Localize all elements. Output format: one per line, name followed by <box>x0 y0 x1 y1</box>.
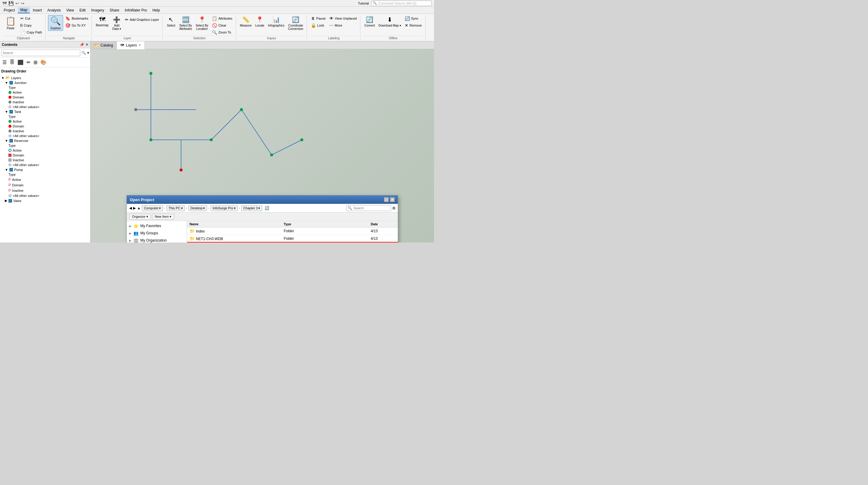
contents-search-input[interactable] <box>1 50 80 56</box>
view-unplaced-button[interactable]: 👁 View Unplaced <box>328 15 358 22</box>
more-button[interactable]: ⋯ More <box>328 22 358 29</box>
nav-up-button[interactable]: ▲ <box>137 206 141 210</box>
menu-imagery[interactable]: Imagery <box>89 7 106 13</box>
col-date-header[interactable]: Date <box>368 221 398 227</box>
menu-map[interactable]: Map <box>18 7 30 13</box>
bookmarks-button[interactable]: 🔖 Bookmarks <box>64 15 90 22</box>
tank-other-item[interactable]: <All other values> <box>8 134 89 138</box>
sidebar-favorites[interactable]: ▶ ⭐ My Favorites <box>127 222 187 229</box>
drawing-order-header[interactable]: Drawing Order <box>1 68 89 74</box>
explore-button[interactable]: 🔍 Explore <box>48 15 63 31</box>
organize-button[interactable]: Organize ▾ <box>129 214 151 220</box>
panel-close-icon[interactable]: ✕ <box>85 42 88 47</box>
basemap-button[interactable]: 🗺 Basemap <box>94 15 110 28</box>
junction-active-item[interactable]: Active <box>8 90 89 95</box>
select-button[interactable]: ↖ Select <box>165 15 177 28</box>
pause-button[interactable]: ⏸ Pause <box>309 15 327 22</box>
layers-tab-close[interactable]: ✕ <box>138 44 141 47</box>
coordinate-conversion-button[interactable]: 🔄 CoordinateConversion <box>286 15 305 31</box>
search-options-icon[interactable]: ▾ <box>87 51 89 55</box>
cut-button[interactable]: ✂ Cut <box>19 15 43 22</box>
breadcrumb-refresh-btn[interactable]: 🔄 <box>265 206 269 210</box>
catalog-tab[interactable]: 📂 Catalog <box>91 41 117 49</box>
map-canvas[interactable]: Open Project □ ✕ ◀ ▶ ▲ Computer ▾ <box>91 49 434 242</box>
tank-layer-item[interactable]: ▼ ✓ Tank <box>5 109 89 114</box>
dialog-maximize-button[interactable]: □ <box>384 197 389 202</box>
tank-inactive-item[interactable]: Inactive <box>8 129 89 134</box>
breadcrumb-desktop[interactable]: Desktop ▾ <box>188 205 207 211</box>
pump-active-item[interactable]: P Active <box>8 177 89 182</box>
tank-checkbox[interactable]: ✓ <box>9 110 13 114</box>
sync-button[interactable]: 🔃 Sync <box>403 15 424 22</box>
tank-active-item[interactable]: Active <box>8 119 89 124</box>
reservoir-inactive-item[interactable]: Inactive <box>8 158 89 163</box>
infographics-button[interactable]: 📊 Infographics <box>267 15 286 28</box>
reservoir-domain-item[interactable]: Domain <box>8 153 89 158</box>
junction-other-item[interactable]: <All other values> <box>8 105 89 109</box>
breadcrumb-computer[interactable]: Computer ▾ <box>142 205 163 211</box>
filter-icon[interactable]: ⬛ <box>16 59 25 66</box>
go-to-xy-button[interactable]: 🎯 Go To XY <box>64 22 90 29</box>
breadcrumb-infosurge[interactable]: InfoSurge Pro ▾ <box>211 205 238 211</box>
file-row-index[interactable]: 📁Index Folder 4/13 <box>187 227 398 235</box>
list-view-icon[interactable]: ☰ <box>1 59 8 66</box>
select-by-attributes-button[interactable]: 🔤 Select ByAttributes <box>178 15 193 31</box>
database-icon[interactable]: 🗄 <box>8 59 16 66</box>
locate-button[interactable]: 📍 Locate <box>254 15 266 28</box>
junction-inactive-item[interactable]: Inactive <box>8 99 89 105</box>
measure-button[interactable]: 📏 Measure <box>239 15 253 28</box>
breadcrumb-this-pc[interactable]: This PC ▾ <box>166 205 185 211</box>
menu-help[interactable]: Help <box>150 7 162 13</box>
menu-edit[interactable]: Edit <box>77 7 88 13</box>
convert-button[interactable]: 🔄 Convert <box>363 15 376 28</box>
copy-button[interactable]: ⎘ Copy <box>19 22 43 29</box>
select-by-location-button[interactable]: 📍 Select ByLocation <box>194 15 210 31</box>
lock-button[interactable]: 🔒 Lock <box>309 22 327 29</box>
remove-button[interactable]: ✕ Remove <box>403 22 424 29</box>
sidebar-org[interactable]: ▶ 🏢 My Organization <box>127 237 187 242</box>
junction-checkbox[interactable]: ✓ <box>9 81 13 85</box>
clear-button[interactable]: 🚫 Clear <box>210 22 234 29</box>
reservoir-active-item[interactable]: Active <box>8 148 89 153</box>
add-data-button[interactable]: ➕ AddData ▾ <box>111 15 123 31</box>
junction-domain-item[interactable]: Domain <box>8 95 89 99</box>
layers-tab[interactable]: 🗺 Layers ✕ <box>117 41 145 49</box>
save-icon[interactable]: 💾 <box>8 1 13 6</box>
redo-icon[interactable]: ↪ <box>21 1 25 6</box>
panel-pin-icon[interactable]: 📌 <box>80 42 84 47</box>
col-name-header[interactable]: Name <box>187 221 281 227</box>
edit-icon[interactable]: ✏ <box>25 59 32 66</box>
sidebar-groups[interactable]: ▶ 👥 My Groups <box>127 229 187 237</box>
pump-inactive-item[interactable]: P Inactive <box>8 188 89 193</box>
menu-project[interactable]: Project <box>1 7 17 13</box>
pump-layer-item[interactable]: ▼ ✓ Pump <box>5 167 89 172</box>
copy-path-button[interactable]: 📄 Copy Path <box>19 29 43 36</box>
reservoir-layer-item[interactable]: ▼ ✓ Reservoir <box>5 138 89 143</box>
paint-icon[interactable]: 🎨 <box>39 59 48 66</box>
pump-domain-item[interactable]: P Domain <box>8 182 89 188</box>
valve-checkbox[interactable]: ✓ <box>8 199 12 203</box>
pump-other-item[interactable]: <All other values> <box>8 193 89 198</box>
menu-infowater[interactable]: InfoWater Pro <box>122 7 149 13</box>
dialog-search-input[interactable] <box>353 206 390 210</box>
pump-checkbox[interactable]: ✓ <box>9 168 13 172</box>
junction-layer-item[interactable]: ▼ ✓ Junction <box>5 80 89 85</box>
file-row-net1aprx[interactable]: 📄Net1-CH3.aprx ArcGIS Pro Project 2/9 <box>187 242 398 243</box>
layers-root-item[interactable]: ▼ 📂 Layers <box>1 75 89 80</box>
dialog-view-options-icon[interactable]: ⊞ <box>392 206 395 210</box>
tank-domain-item[interactable]: Domain <box>8 124 89 129</box>
valve-layer-item[interactable]: ▶ ✓ Valve <box>5 198 89 203</box>
menu-analysis[interactable]: Analysis <box>45 7 63 13</box>
menu-insert[interactable]: Insert <box>30 7 44 13</box>
col-type-header[interactable]: Type <box>281 221 368 227</box>
add-graphics-layer-button[interactable]: ✏ Add Graphics Layer <box>123 15 161 23</box>
attributes-button[interactable]: 📋 Attributes <box>210 15 234 22</box>
paste-button[interactable]: 📋 Paste <box>3 15 18 31</box>
zoom-to-button[interactable]: 🔍 Zoom To <box>210 29 234 36</box>
reservoir-checkbox[interactable]: ✓ <box>9 139 13 143</box>
undo-icon[interactable]: ↩ <box>16 1 19 6</box>
menu-share[interactable]: Share <box>107 7 122 13</box>
reservoir-other-item[interactable]: <All other values> <box>8 163 89 167</box>
new-item-button[interactable]: New Item ▾ <box>152 214 175 220</box>
table-icon[interactable]: ⊞ <box>32 59 39 66</box>
